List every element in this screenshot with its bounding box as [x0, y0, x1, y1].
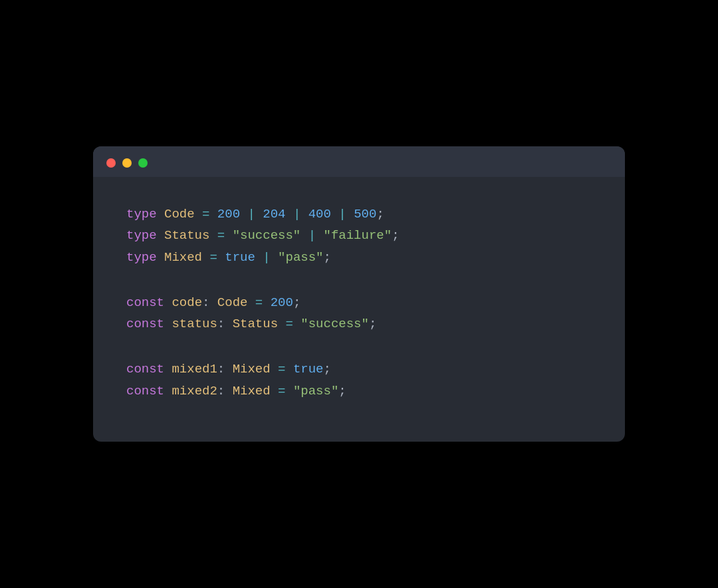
code-line-3: type Mixed = true | "pass";: [126, 247, 592, 268]
minimize-button[interactable]: [122, 158, 132, 168]
code-line-6: const mixed1: Mixed = true;: [126, 359, 592, 380]
code-line-2: type Status = "success" | "failure";: [126, 225, 592, 246]
maximize-button[interactable]: [138, 158, 148, 168]
code-line-1: type Code = 200 | 204 | 400 | 500;: [126, 204, 592, 225]
code-line-4: const code: Code = 200;: [126, 292, 592, 313]
code-block-types: type Code = 200 | 204 | 400 | 500; type …: [126, 204, 592, 268]
code-block-const1: const code: Code = 200; const status: St…: [126, 292, 592, 335]
code-block-const2: const mixed1: Mixed = true; const mixed2…: [126, 359, 592, 402]
titlebar: [93, 146, 625, 177]
code-window: type Code = 200 | 204 | 400 | 500; type …: [93, 146, 625, 442]
code-line-7: const mixed2: Mixed = "pass";: [126, 380, 592, 402]
code-area: type Code = 200 | 204 | 400 | 500; type …: [93, 177, 625, 442]
close-button[interactable]: [106, 158, 116, 168]
code-line-5: const status: Status = "success";: [126, 313, 592, 335]
